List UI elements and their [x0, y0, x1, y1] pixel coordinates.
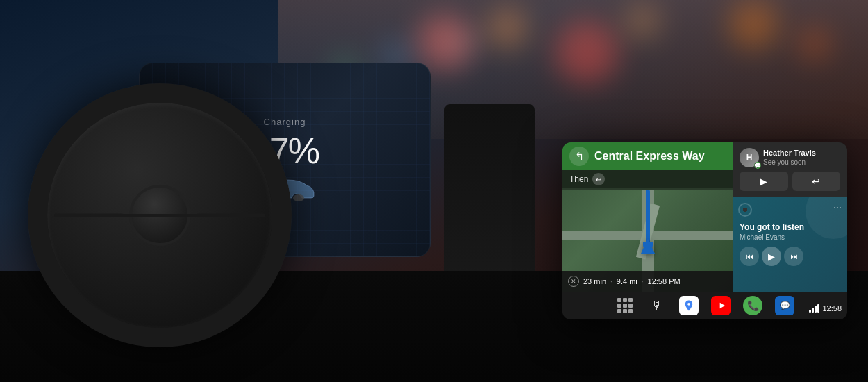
- svg-marker-2: [720, 303, 725, 309]
- spoke-right: [196, 214, 265, 217]
- apps-grid-button[interactable]: [615, 296, 635, 315]
- phone-button[interactable]: 📞: [743, 296, 762, 315]
- then-turn-icon: ↩: [592, 173, 605, 185]
- google-maps-button[interactable]: [679, 296, 699, 315]
- play-message-button[interactable]: ▶: [740, 172, 788, 191]
- close-nav-button[interactable]: ✕: [568, 276, 579, 287]
- eta-distance: 9.4 mi: [617, 277, 637, 285]
- grid-icon: [617, 298, 633, 313]
- reply-message-button[interactable]: ↩: [792, 172, 841, 191]
- music-controls: ⏮ ▶ ⏭: [740, 247, 840, 266]
- map-view: ✕ 23 min · 9.4 mi · 12:58 PM: [562, 190, 733, 292]
- music-more-icon[interactable]: ⋯: [833, 203, 842, 213]
- message-actions: ▶ ↩: [740, 172, 840, 191]
- contact-name: Heather Travis: [763, 149, 840, 158]
- nav-header: ↰ Central Express Way: [562, 142, 733, 170]
- play-pause-button[interactable]: ▶: [762, 247, 781, 266]
- message-header: H Heather Travis See you soon: [740, 148, 840, 167]
- steering-wheel: [28, 83, 292, 347]
- gmaps-icon: [683, 299, 695, 312]
- message-card: H Heather Travis See you soon ▶ ↩: [733, 142, 847, 197]
- eta-dot-2: ·: [642, 278, 644, 285]
- eta-bar: ✕ 23 min · 9.4 mi · 12:58 PM: [562, 271, 733, 292]
- eta-dot-1: ·: [610, 278, 612, 285]
- microphone-button[interactable]: 🎙: [647, 296, 667, 315]
- vinyl-icon: [738, 203, 752, 217]
- nav-then-row: Then ↩: [562, 170, 733, 188]
- right-panels: H Heather Travis See you soon ▶ ↩ ⋯ You …: [733, 142, 847, 292]
- music-title: You got to listen: [740, 222, 840, 232]
- messages-button[interactable]: 💬: [775, 296, 794, 315]
- youtube-button[interactable]: [711, 296, 731, 315]
- eta-clock: 12:58 PM: [648, 277, 681, 285]
- contact-avatar: H: [740, 148, 759, 167]
- signal-icon: [809, 304, 819, 313]
- youtube-icon: [715, 301, 726, 310]
- eta-time: 23 min: [583, 277, 606, 285]
- app-bar: 🎙 📞 💬 12:58: [562, 292, 847, 319]
- infotainment-screen: ↰ Central Express Way Then ↩ ✕ 23 min · …: [562, 142, 847, 319]
- status-bar: 12:58: [809, 304, 842, 313]
- turn-arrow-icon: ↰: [569, 147, 589, 166]
- music-artist: Michael Evans: [740, 233, 840, 241]
- clock-display: 12:58: [822, 304, 842, 313]
- street-name: Central Express Way: [594, 150, 705, 163]
- nav-panel: ↰ Central Express Way Then ↩ ✕ 23 min · …: [562, 142, 733, 292]
- message-info: Heather Travis See you soon: [763, 149, 840, 166]
- message-preview: See you soon: [763, 158, 840, 167]
- then-label: Then: [569, 174, 588, 184]
- prev-track-button[interactable]: ⏮: [740, 247, 759, 266]
- spoke-left: [54, 214, 124, 217]
- music-card: ⋯ You got to listen Michael Evans ⏮ ▶ ⏭: [733, 197, 847, 292]
- next-track-button[interactable]: ⏭: [784, 247, 803, 266]
- nav-position-marker: [641, 238, 655, 254]
